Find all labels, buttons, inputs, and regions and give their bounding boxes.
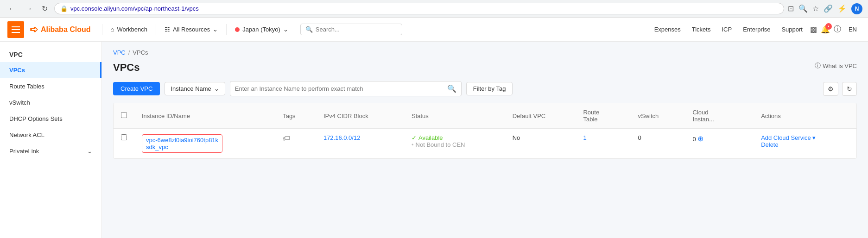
sidebar-item-route-tables-label: Route Tables xyxy=(9,83,92,90)
what-is-vpc-link[interactable]: ⓘ What is VPC xyxy=(815,62,857,70)
breadcrumb-vpc-link[interactable]: VPC xyxy=(113,49,126,56)
logo-text: Alibaba Cloud xyxy=(41,25,91,34)
help-icon[interactable]: ⓘ xyxy=(834,25,841,34)
row-checkbox[interactable] xyxy=(121,134,127,140)
enterprise-button[interactable]: Enterprise xyxy=(739,26,774,33)
th-instance: Instance ID/Name xyxy=(134,103,275,129)
th-status: Status xyxy=(404,103,505,129)
toolbar: Create VPC Instance Name ⌄ 🔍 Filter by T… xyxy=(113,81,857,96)
extensions-icon[interactable]: ⚡ xyxy=(837,4,847,13)
workbench-label: Workbench xyxy=(117,26,147,33)
refresh-button[interactable]: ↻ xyxy=(39,3,51,14)
main-layout: VPC VPCs Route Tables vSwitch DHCP Optio… xyxy=(0,42,868,238)
zoom-icon[interactable]: 🔍 xyxy=(798,4,808,13)
sidebar-item-vswitch-label: vSwitch xyxy=(9,99,92,106)
tag-icon[interactable]: 🏷 xyxy=(283,134,290,142)
instance-id-link[interactable]: vpc-6we8zl0ia9ioi760tp81k xyxy=(146,137,218,144)
ipv4-cidr-link[interactable]: 172.16.0.0/12 xyxy=(323,134,361,141)
vpc-table: Instance ID/Name Tags IPv4 CIDR Block St… xyxy=(114,103,856,158)
create-vpc-button[interactable]: Create VPC xyxy=(113,82,160,95)
forward-button[interactable]: → xyxy=(22,4,35,14)
cloud-instan-cell: 0 ⊕ xyxy=(685,129,754,159)
home-icon: ⌂ xyxy=(111,26,114,33)
logo[interactable]: ➪ Alibaba Cloud xyxy=(30,24,91,36)
filter-by-tag-button[interactable]: Filter by Tag xyxy=(466,82,513,95)
sidebar-item-vswitch[interactable]: vSwitch xyxy=(0,94,101,111)
page-title: VPCs xyxy=(113,62,139,74)
hamburger-line-3 xyxy=(12,32,20,33)
user-avatar[interactable]: N xyxy=(851,3,862,14)
workbench-nav-item[interactable]: ⌂ Workbench xyxy=(104,18,154,42)
grid-icon: ☷ xyxy=(165,26,170,33)
all-resources-label: All Resources xyxy=(173,26,210,33)
top-search-box: 🔍 xyxy=(300,24,402,35)
monitor-icon[interactable]: ▩ xyxy=(810,25,817,34)
th-route-table: RouteTable xyxy=(576,103,630,129)
url-input[interactable] xyxy=(70,5,778,12)
instance-search-button[interactable]: 🔍 xyxy=(447,84,456,93)
bell-icon[interactable]: 🔔 • xyxy=(821,25,830,34)
breadcrumb-vpcs-current: VPCs xyxy=(133,49,148,56)
chevron-down-icon: ⌄ xyxy=(87,148,92,155)
refresh-icon-button[interactable]: ↻ xyxy=(842,82,857,96)
expenses-button[interactable]: Expenses xyxy=(651,26,684,33)
nav-separator-1 xyxy=(102,24,102,35)
table-header-row: Instance ID/Name Tags IPv4 CIDR Block St… xyxy=(114,103,856,129)
sidebar-item-privatelink-label: PrivateLink xyxy=(9,148,87,155)
icp-button[interactable]: ICP xyxy=(718,26,735,33)
tickets-button[interactable]: Tickets xyxy=(688,26,715,33)
chevron-down-icon: ⌄ xyxy=(213,26,218,33)
add-icon[interactable]: ⊕ xyxy=(697,135,703,143)
vswitch-cell: 0 xyxy=(631,129,685,159)
default-vpc-value: No xyxy=(513,134,520,141)
sidebar-item-vpcs[interactable]: VPCs xyxy=(0,62,101,78)
tags-cell: 🏷 xyxy=(275,129,316,159)
sidebar-item-route-tables[interactable]: Route Tables xyxy=(0,78,101,94)
delete-link[interactable]: Delete xyxy=(761,141,779,148)
instance-name-dropdown[interactable]: Instance Name ⌄ xyxy=(165,82,225,95)
sidebar-item-privatelink[interactable]: PrivateLink ⌄ xyxy=(0,143,101,159)
dot-icon: • xyxy=(412,141,414,148)
browser-ext-icon[interactable]: 🔗 xyxy=(824,4,833,13)
sidebar-item-vpcs-label: VPCs xyxy=(9,67,91,74)
sidebar-item-dhcp[interactable]: DHCP Options Sets xyxy=(0,111,101,127)
status-available-text: Available xyxy=(418,134,443,141)
back-button[interactable]: ← xyxy=(6,4,19,14)
sidebar-item-network-acl[interactable]: Network ACL xyxy=(0,127,101,143)
sidebar-title: VPC xyxy=(0,45,101,62)
th-vswitch: vSwitch xyxy=(631,103,685,129)
th-actions: Actions xyxy=(754,103,856,129)
search-input[interactable] xyxy=(316,26,397,33)
breadcrumb: VPC / VPCs xyxy=(113,49,857,56)
instance-search-input[interactable] xyxy=(235,85,444,92)
hamburger-button[interactable] xyxy=(7,21,24,38)
status-available: ✓ Available xyxy=(412,134,498,141)
row-checkbox-cell xyxy=(114,129,134,159)
select-all-checkbox[interactable] xyxy=(121,112,127,118)
region-label: Japan (Tokyo) xyxy=(242,26,280,33)
instance-name-label: Instance Name xyxy=(171,85,211,92)
lang-button[interactable]: EN xyxy=(845,26,861,33)
translate-icon[interactable]: ⊡ xyxy=(788,4,794,13)
vpc-table-container: Instance ID/Name Tags IPv4 CIDR Block St… xyxy=(113,103,857,159)
question-circle-icon: ⓘ xyxy=(815,62,821,70)
settings-icon-button[interactable]: ⚙ xyxy=(823,82,838,96)
all-resources-nav-item[interactable]: ☷ All Resources ⌄ xyxy=(158,18,224,42)
th-default-vpc: Default VPC xyxy=(505,103,576,129)
support-button[interactable]: Support xyxy=(778,26,806,33)
region-nav-item[interactable]: Japan (Tokyo) ⌄ xyxy=(228,18,295,42)
th-tags: Tags xyxy=(275,103,316,129)
nav-separator-2 xyxy=(156,24,156,35)
cloud-instan-header-text: CloudInstan... xyxy=(693,109,714,123)
address-bar: 🔒 xyxy=(54,3,784,14)
status-cen-text: Not Bound to CEN xyxy=(416,141,465,148)
route-table-link[interactable]: 1 xyxy=(583,134,586,141)
star-icon[interactable]: ☆ xyxy=(812,4,819,13)
add-cloud-service-link[interactable]: Add Cloud Service ▾ xyxy=(761,134,816,141)
route-table-header-text: RouteTable xyxy=(583,109,599,123)
instance-id-cell: vpc-6we8zl0ia9ioi760tp81k sdk_vpc xyxy=(134,129,275,159)
top-nav: ➪ Alibaba Cloud ⌂ Workbench ☷ All Resour… xyxy=(0,18,868,42)
th-ipv4cidr: IPv4 CIDR Block xyxy=(316,103,404,129)
lock-icon: 🔒 xyxy=(60,5,68,12)
status-cell: ✓ Available • Not Bound to CEN xyxy=(404,129,505,159)
